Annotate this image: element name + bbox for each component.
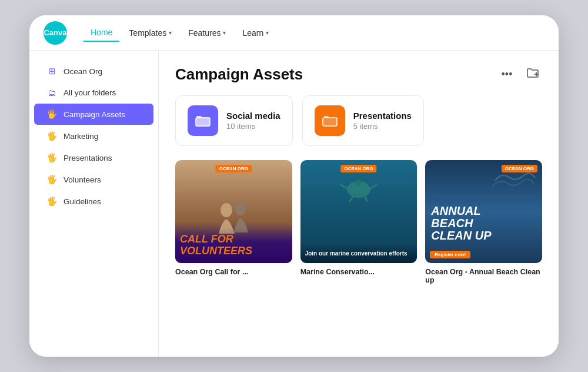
- thumb-overlay-2: Join our marine convervation efforts: [300, 244, 417, 263]
- design-card-marine[interactable]: Join our marine convervation efforts OCE…: [300, 160, 417, 284]
- folder-count: 10 items: [226, 122, 280, 131]
- page-title: Campaign Assets: [175, 65, 303, 84]
- thumb-badge-2: OCEAN ORG: [340, 165, 376, 172]
- sidebar-item-campaign-assets[interactable]: 🖐 Campaign Assets: [34, 104, 153, 125]
- design-label-1: Ocean Org Call for ...: [175, 268, 292, 276]
- chevron-down-icon: ▾: [223, 29, 226, 36]
- folder-name: Social media: [226, 111, 280, 121]
- sidebar-item-presentations[interactable]: 🖐 Presentations: [34, 147, 153, 168]
- folder-card-presentations[interactable]: Presentations 5 items: [302, 95, 424, 146]
- nav-learn[interactable]: Learn ▾: [235, 25, 276, 41]
- main-layout: ⊞ Ocean Org 🗂 All your folders 🖐 Campaig…: [29, 51, 559, 357]
- design-card-volunteers[interactable]: CALL FOR VOLUNTEERS OCEAN ORG Ocean Org …: [175, 160, 292, 284]
- svg-line-11: [370, 185, 376, 188]
- svg-line-13: [365, 197, 368, 201]
- design-label-2: Marine Conservatio...: [300, 268, 417, 276]
- design-thumb-3: ANNUAL BEACH CLEAN UP Register now! OCEA…: [425, 160, 542, 263]
- sidebar-item-volunteers[interactable]: 🖐 Volunteers: [34, 169, 153, 190]
- nav-features[interactable]: Features ▾: [181, 25, 233, 41]
- designs-grid: CALL FOR VOLUNTEERS OCEAN ORG Ocean Org …: [175, 160, 542, 284]
- folder-name: Presentations: [353, 111, 412, 121]
- folder-card-social-media[interactable]: Social media 10 items: [175, 95, 293, 146]
- turtle-icon: [338, 172, 379, 207]
- sidebar-item-marketing[interactable]: 🖐 Marketing: [34, 125, 153, 147]
- svg-point-9: [355, 179, 362, 186]
- svg-point-6: [220, 203, 232, 217]
- design-label-3: Ocean Org - Annual Beach Clean up: [425, 268, 542, 284]
- thumb-overlay-1: CALL FOR VOLUNTEERS: [175, 228, 292, 263]
- folder-icon-purple: [188, 105, 218, 136]
- folder-icon: 🗂: [46, 88, 58, 98]
- sidebar-item-ocean-org[interactable]: ⊞ Ocean Org: [34, 61, 153, 82]
- chevron-down-icon: ▾: [266, 29, 269, 36]
- thumb-title-1b: VOLUNTEERS: [180, 245, 288, 257]
- more-options-button[interactable]: •••: [497, 65, 516, 84]
- content-header: Campaign Assets •••: [175, 65, 542, 84]
- hand-icon: 🖐: [46, 152, 58, 163]
- nav-templates[interactable]: Templates ▾: [122, 25, 179, 41]
- svg-line-10: [341, 185, 347, 188]
- more-icon: •••: [502, 68, 513, 81]
- svg-rect-5: [323, 118, 337, 126]
- design-thumb-2: Join our marine convervation efforts OCE…: [300, 160, 417, 263]
- svg-line-12: [350, 197, 353, 201]
- svg-point-7: [235, 202, 246, 215]
- design-card-beach[interactable]: ANNUAL BEACH CLEAN UP Register now! OCEA…: [425, 160, 542, 284]
- thumb-register-3: Register now!: [430, 251, 470, 258]
- sidebar-item-guidelines[interactable]: 🖐 Guidelines: [34, 191, 153, 212]
- header-actions: •••: [497, 65, 542, 84]
- hand-icon: 🖐: [46, 131, 58, 141]
- canva-logo[interactable]: Canva: [44, 21, 67, 45]
- hand-icon: 🖐: [46, 174, 58, 185]
- content-area: Campaign Assets •••: [159, 51, 559, 357]
- navbar: Canva Home Templates ▾ Features ▾ Learn …: [29, 15, 559, 51]
- grid-icon: ⊞: [46, 66, 58, 77]
- add-folder-button[interactable]: [523, 65, 542, 84]
- thumb-overlay-3: ANNUAL BEACH CLEAN UP: [425, 200, 542, 247]
- thumb-title-3a: ANNUAL: [431, 205, 536, 217]
- hand-icon: 🖐: [46, 109, 58, 119]
- folder-cards: Social media 10 items Presentations: [175, 95, 542, 146]
- folder-info-social: Social media 10 items: [226, 111, 280, 131]
- folder-count: 5 items: [353, 122, 412, 131]
- thumb-title-1: CALL FOR: [180, 234, 288, 245]
- chevron-down-icon: ▾: [169, 29, 172, 36]
- thumb-badge-1: OCEAN ORG: [216, 165, 252, 172]
- hand-icon: 🖐: [46, 196, 58, 207]
- sidebar: ⊞ Ocean Org 🗂 All your folders 🖐 Campaig…: [29, 51, 159, 357]
- nav-items: Home Templates ▾ Features ▾ Learn ▾: [83, 24, 544, 42]
- folder-info-presentations: Presentations 5 items: [353, 111, 412, 131]
- design-thumb-1: CALL FOR VOLUNTEERS OCEAN ORG: [175, 160, 292, 263]
- add-folder-icon: [526, 67, 539, 82]
- app-window: Canva Home Templates ▾ Features ▾ Learn …: [29, 15, 559, 357]
- thumb-title-3b: BEACH: [431, 217, 536, 230]
- thumb-badge-3: OCEAN ORG: [502, 165, 537, 172]
- folder-icon-orange: [315, 105, 345, 136]
- nav-home[interactable]: Home: [83, 24, 119, 42]
- sidebar-item-all-folders[interactable]: 🗂 All your folders: [34, 82, 153, 103]
- thumb-title-3c: CLEAN UP: [431, 230, 536, 242]
- thumb-title-2: Join our marine convervation efforts: [305, 250, 413, 257]
